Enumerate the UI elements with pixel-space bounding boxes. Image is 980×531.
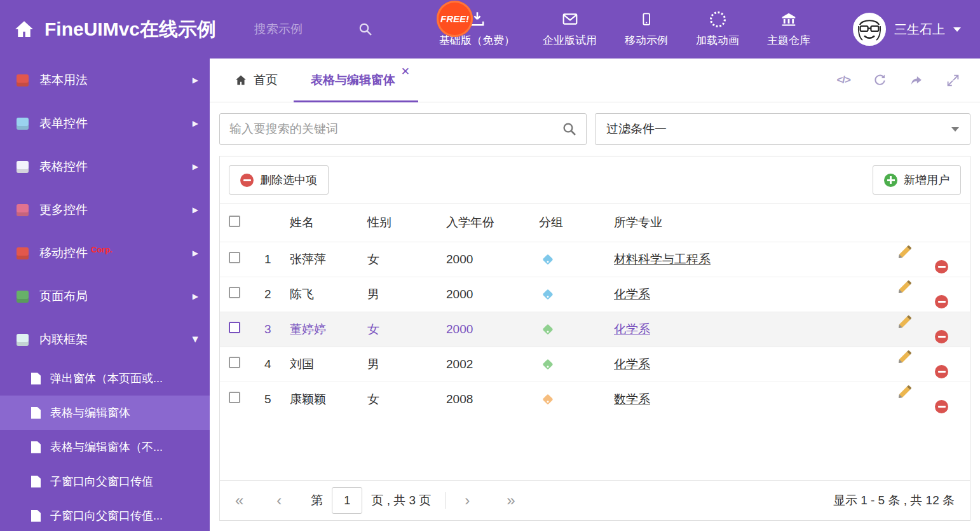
delete-icon[interactable]	[935, 400, 948, 413]
page-number-input[interactable]	[332, 487, 362, 514]
grid-spacer	[220, 417, 970, 480]
sidebar-item[interactable]: 更多控件 ▶	[0, 188, 210, 231]
row-checkbox[interactable]	[229, 357, 240, 368]
top-search-input[interactable]	[253, 22, 358, 37]
sidebar-item[interactable]: 基本用法 ▶	[0, 59, 210, 102]
sidebar-item[interactable]: 表格控件 ▶	[0, 145, 210, 188]
edit-icon[interactable]	[897, 315, 912, 329]
select-all-checkbox[interactable]	[229, 216, 240, 227]
sidebar-subitem[interactable]: 弹出窗体（本页面或...	[0, 361, 210, 396]
sidebar-item[interactable]: 内联框架 ▶	[0, 318, 210, 361]
cell-name: 张萍萍	[286, 242, 364, 277]
row-checkbox[interactable]	[229, 287, 240, 298]
corp-badge: Corp.	[91, 245, 112, 254]
brand[interactable]: FineUIMvc在线示例	[0, 17, 253, 43]
keyword-search-box	[219, 113, 587, 145]
delete-selected-button[interactable]: 删除选中项	[229, 165, 329, 195]
delete-icon[interactable]	[935, 365, 948, 378]
search-icon[interactable]	[358, 22, 373, 37]
sidebar-item-label: 表单控件	[39, 115, 88, 132]
pagination-bar: « ‹ 第 页 , 共 3 页 › » 显示 1 - 5 条 , 共 12 条	[220, 480, 970, 520]
chevron-right-icon: ▶	[193, 249, 198, 258]
delete-icon[interactable]	[935, 295, 948, 308]
sidebar-subitem-label: 子窗口向父窗口传值	[50, 474, 153, 489]
document-icon	[31, 441, 41, 453]
code-icon[interactable]: </>	[836, 74, 850, 86]
sidebar-subitem-label: 弹出窗体（本页面或...	[50, 371, 163, 386]
table-header-row: 姓名 性别 入学年份 分组 所学专业	[220, 204, 970, 242]
major-link[interactable]: 材料科学与工程系	[614, 252, 711, 266]
sidebar-subitem[interactable]: 子窗口向父窗口传值...	[0, 499, 210, 531]
prev-page-icon[interactable]: ‹	[276, 493, 282, 508]
nav-label: 企业版试用	[543, 33, 597, 48]
tab-grid-edit-window[interactable]: 表格与编辑窗体 ✕	[294, 59, 418, 102]
add-user-button[interactable]: 新增用户	[873, 165, 961, 195]
tag-icon	[543, 289, 554, 300]
row-checkbox[interactable]	[229, 252, 240, 263]
delete-icon[interactable]	[935, 330, 948, 343]
sidebar-item[interactable]: 表单控件 ▶	[0, 102, 210, 145]
major-link[interactable]: 化学系	[614, 287, 650, 301]
sidebar-subitem[interactable]: 子窗口向父窗口传值	[0, 464, 210, 499]
sidebar-subitem[interactable]: 表格与编辑窗体	[0, 396, 210, 430]
edit-icon[interactable]	[897, 385, 912, 399]
cell-name: 康颖颖	[286, 382, 364, 417]
chevron-right-icon: ▶	[191, 336, 200, 342]
next-page-icon[interactable]: ›	[465, 493, 470, 508]
cell-year: 2008	[442, 382, 535, 417]
search-icon[interactable]	[553, 121, 586, 137]
caret-down-icon	[951, 127, 959, 132]
bank-icon	[780, 11, 798, 27]
tag-icon	[543, 324, 554, 334]
close-icon[interactable]: ✕	[401, 66, 410, 77]
avatar	[853, 13, 886, 46]
refresh-icon[interactable]	[873, 74, 887, 87]
table-row: 4 刘国 男 2002 化学系	[220, 347, 970, 382]
major-link[interactable]: 化学系	[614, 357, 650, 371]
sidebar-item[interactable]: 移动控件 Corp. ▶	[0, 231, 210, 275]
column-row-number	[261, 204, 286, 242]
row-checkbox[interactable]	[229, 392, 240, 403]
nav-item-theme-repo[interactable]: 主题仓库	[753, 11, 824, 48]
sidebar-item[interactable]: 页面布局 ▶	[0, 275, 210, 318]
app-window: FineUIMvc在线示例 FREE! 基础版（免费）	[0, 0, 980, 531]
sidebar: 基本用法 ▶ 表单控件 ▶ 表格控件 ▶	[0, 59, 210, 531]
nav-item-mobile-demo[interactable]: 移动示例	[611, 11, 682, 48]
sidebar-subitem[interactable]: 表格与编辑窗体（不...	[0, 430, 210, 464]
nav-item-enterprise-trial[interactable]: 企业版试用	[529, 11, 611, 48]
last-page-icon[interactable]: »	[507, 493, 515, 508]
expand-icon[interactable]	[946, 74, 960, 87]
page-total-label: 页 , 共 3 页	[371, 492, 431, 509]
envelope-icon	[561, 11, 580, 27]
edit-icon[interactable]	[897, 280, 912, 294]
edit-icon[interactable]	[897, 245, 912, 259]
filter-dropdown-value: 过滤条件一	[606, 121, 667, 137]
major-link[interactable]: 数学系	[614, 392, 650, 406]
row-number: 4	[261, 347, 286, 382]
tab-home[interactable]: 首页	[219, 59, 294, 102]
row-checkbox[interactable]	[229, 322, 240, 333]
spinner-icon	[710, 11, 726, 27]
row-number: 2	[261, 277, 286, 312]
top-search	[253, 22, 396, 37]
sidebar-item-icon	[17, 74, 29, 86]
sidebar-subitem-label: 表格与编辑窗体	[50, 405, 130, 420]
document-icon	[31, 476, 41, 488]
filter-dropdown[interactable]: 过滤条件一	[595, 113, 970, 145]
column-gender: 性别	[364, 204, 442, 242]
major-link[interactable]: 化学系	[614, 322, 650, 336]
row-number: 3	[261, 312, 286, 347]
tag-icon	[543, 394, 554, 404]
chevron-right-icon: ▶	[193, 76, 198, 85]
cell-name: 董婷婷	[286, 312, 364, 347]
keyword-search-input[interactable]	[220, 122, 553, 136]
first-page-icon[interactable]: «	[235, 493, 243, 508]
edit-icon[interactable]	[897, 350, 912, 364]
nav-item-loading-animation[interactable]: 加载动画	[682, 11, 753, 48]
forward-icon[interactable]	[909, 74, 923, 87]
chevron-right-icon: ▶	[193, 119, 198, 128]
document-icon	[31, 510, 41, 522]
content-area: 首页 表格与编辑窗体 ✕ </>	[210, 59, 980, 531]
user-menu[interactable]: 三生石上	[853, 13, 980, 46]
delete-icon[interactable]	[935, 260, 948, 273]
